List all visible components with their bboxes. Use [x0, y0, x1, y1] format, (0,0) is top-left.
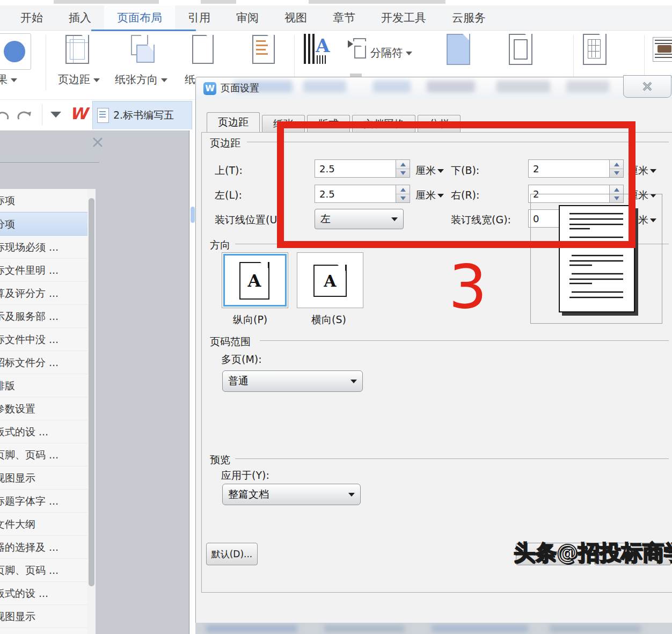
dialog-tab[interactable]: 页边距	[207, 112, 260, 132]
dropdown-arrow-icon	[11, 78, 17, 82]
list-item-label: 分项	[0, 218, 15, 230]
scrollbar-thumb[interactable]	[89, 198, 94, 586]
watermark-text: 头条@招投标商学院	[514, 538, 672, 567]
page-outline-icon[interactable]	[509, 34, 532, 65]
ribbon-tab[interactable]: 审阅	[223, 5, 272, 30]
list-item[interactable]: 标文件中没 ...	[0, 328, 87, 351]
default-button[interactable]: 默认(D)...	[206, 543, 258, 565]
quickaccess-dropdown-arrow-icon[interactable]	[50, 112, 61, 118]
list-item-label: 招标文件分 ...	[0, 356, 59, 368]
margins-group-label: 页边距	[210, 136, 240, 150]
list-item[interactable]: 视图显示	[0, 605, 87, 628]
orientation-group-label: 方向	[210, 238, 230, 252]
panel-divider	[0, 162, 99, 163]
list-item[interactable]: 标现场必须 ...	[0, 236, 87, 259]
gutter-position-label: 装订线位置(U):	[215, 213, 284, 227]
list-item[interactable]: 招标文件分 ...	[0, 351, 87, 374]
list-item[interactable]: 算及评分方 ...	[0, 282, 87, 305]
list-item-label: 文件大纲	[0, 518, 35, 530]
list-item[interactable]: 页脚、页码 ...	[0, 559, 87, 582]
multi-pages-select[interactable]: 普通	[222, 370, 363, 392]
margins-icon	[65, 35, 89, 64]
ribbon-tab[interactable]: 引用	[175, 5, 223, 30]
redo-icon[interactable]	[16, 107, 34, 123]
document-tab-title: 2.标书编写五	[113, 108, 174, 122]
portrait-label: 纵向(P)	[233, 313, 267, 327]
close-icon	[640, 79, 654, 93]
breaks-icon	[348, 38, 366, 57]
dropdown-arrow-icon	[93, 78, 100, 82]
ribbon-tab[interactable]: 插入	[56, 5, 104, 30]
margin-top-label: 上(T):	[215, 164, 243, 178]
list-item[interactable]: 标项	[0, 189, 87, 212]
list-item[interactable]: 文件大纲	[0, 513, 87, 536]
list-item[interactable]: 首页不同	[0, 628, 87, 634]
orientation-landscape-tile[interactable]: A	[297, 252, 363, 308]
window-chrome-fragment	[309, 0, 445, 4]
list-item[interactable]: 器的选择及 ...	[0, 536, 87, 559]
quickaccess-separator	[42, 104, 42, 126]
apply-to-select[interactable]: 整篇文档	[222, 484, 361, 505]
dropdown-arrow-icon	[348, 493, 355, 497]
list-item[interactable]: 示及服务部 ...	[0, 305, 87, 328]
ribbon-tab[interactable]: 开始	[8, 5, 56, 30]
active-tab-highlight	[159, 0, 201, 5]
list-item[interactable]: 视图显示	[0, 467, 87, 490]
list-item-label: 板式的设 ...	[0, 587, 48, 599]
ribbon-tab[interactable]: 视图	[272, 5, 320, 30]
document-tab[interactable]: 2.标书编写五	[92, 101, 192, 129]
list-item[interactable]: 分项	[0, 212, 87, 236]
ribbon-tab[interactable]: 页面布局	[104, 5, 175, 30]
landscape-label: 横向(S)	[311, 313, 346, 327]
ribbon-tab-label: 视图	[284, 10, 307, 25]
orientation-portrait-tile[interactable]: A	[222, 252, 288, 308]
columns-icon[interactable]: A	[304, 34, 330, 65]
multi-pages-label: 多页(M):	[221, 353, 262, 367]
dropdown-arrow-icon	[350, 380, 357, 383]
blank-page-icon[interactable]	[447, 34, 470, 65]
sidebar-scrollbar[interactable]	[87, 189, 96, 634]
list-item[interactable]: 页脚、页码 ...	[0, 443, 87, 467]
text-direction-icon[interactable]	[252, 35, 275, 64]
list-item-label: 示及服务部 ...	[0, 310, 59, 322]
navigation-pane: 标项 分项 标现场必须 ... 标文件里明 ... 算及评分方 ...	[0, 189, 87, 634]
document-scrollbar-thumb[interactable]	[191, 207, 195, 223]
list-item-label: 页脚、页码 ...	[0, 449, 59, 461]
list-item[interactable]: 标题字体字 ...	[0, 490, 87, 513]
dialog-titlebar[interactable]: W 页面设置	[196, 77, 672, 99]
ribbon-tab-label: 审阅	[236, 10, 259, 25]
list-item[interactable]: 参数设置	[0, 397, 87, 420]
list-item-label: 板式的设 ...	[0, 426, 48, 438]
wps-logo[interactable]: W	[70, 104, 87, 123]
background-blur	[303, 81, 346, 92]
workspace-background: 标项 分项 标现场必须 ... 标文件里明 ... 算及评分方 ...	[0, 130, 196, 634]
background-blur	[427, 81, 475, 92]
watermark-picture-icon[interactable]	[653, 37, 672, 62]
ribbon-tab[interactable]: 开发工具	[368, 5, 439, 30]
effect-button-label[interactable]: 果	[0, 72, 17, 87]
toolbar-separator	[46, 35, 46, 91]
group-rule	[235, 458, 669, 459]
list-item-label: 算及评分方 ...	[0, 287, 59, 299]
ribbon-tab[interactable]: 云服务	[439, 5, 499, 30]
background-blur	[496, 81, 550, 92]
ribbon-tab[interactable]: 章节	[320, 5, 368, 30]
page-range-group-label: 页码范围	[210, 335, 251, 349]
margin-left-label: 左(L):	[215, 188, 242, 202]
dialog-title: 页面设置	[221, 82, 259, 94]
undo-icon[interactable]	[0, 107, 11, 123]
ribbon-tab-label: 开发工具	[381, 10, 426, 25]
table-page-icon[interactable]	[583, 34, 607, 65]
list-item[interactable]: 排版	[0, 374, 87, 397]
list-item[interactable]: 标文件里明 ...	[0, 259, 87, 282]
blue-circle-icon	[4, 41, 25, 62]
page-effect-button[interactable]	[0, 33, 31, 70]
dialog-close-button[interactable]	[623, 75, 671, 98]
annotation-number: 3	[449, 257, 487, 317]
list-item-label: 标文件中没 ...	[0, 333, 59, 345]
list-item-label: 标现场必须 ...	[0, 241, 59, 253]
list-item[interactable]: 板式的设 ...	[0, 420, 87, 443]
app-window: 开始 插入 页面布局 引用 审阅 视图 章节	[0, 0, 672, 634]
list-item[interactable]: 板式的设 ...	[0, 582, 87, 605]
panel-close-icon[interactable]	[91, 136, 104, 149]
